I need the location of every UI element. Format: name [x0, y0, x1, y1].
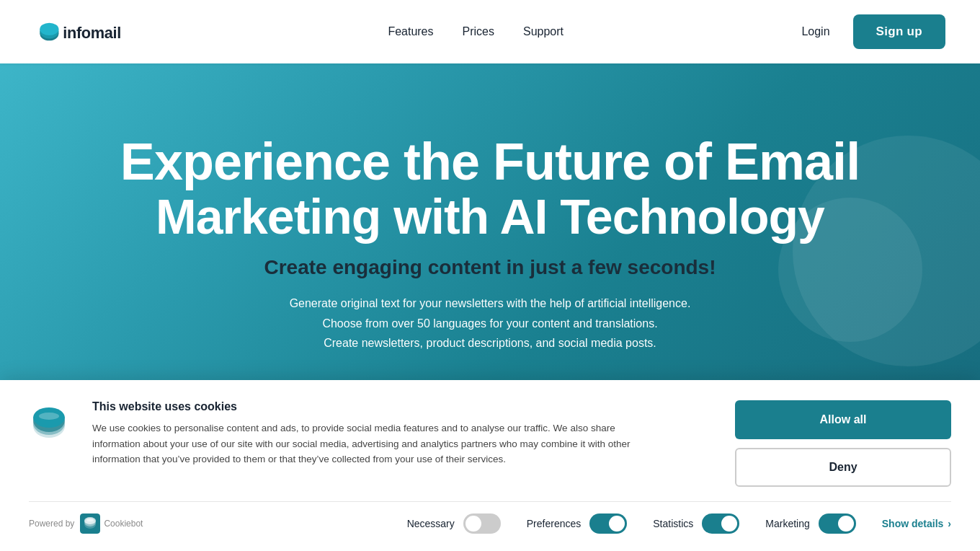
- header-actions: Login Sign up: [801, 14, 945, 49]
- nav-prices[interactable]: Prices: [463, 25, 494, 38]
- signup-button[interactable]: Sign up: [853, 14, 945, 49]
- main-nav: Features Prices Support: [388, 25, 564, 38]
- nav-features[interactable]: Features: [388, 25, 433, 38]
- logo: infomail: [35, 12, 150, 52]
- site-header: infomail Features Prices Support Login S…: [0, 0, 980, 63]
- cookie-top: This website uses cookies We use cookies…: [29, 400, 951, 438]
- cookie-banner: This website uses cookies We use cookies…: [0, 380, 980, 438]
- allow-all-button[interactable]: Allow all: [735, 400, 951, 438]
- hero-description: Generate original text for your newslett…: [290, 294, 691, 353]
- cookie-buttons: Allow all Deny: [735, 400, 951, 438]
- nav-support[interactable]: Support: [523, 25, 564, 38]
- logo-svg: infomail: [35, 12, 150, 52]
- hero-desc-line1: Generate original text for your newslett…: [290, 297, 691, 309]
- cookie-logo-icon: [29, 403, 69, 438]
- cookie-title: This website uses cookies: [92, 400, 712, 413]
- svg-point-8: [39, 413, 59, 420]
- svg-text:infomail: infomail: [63, 24, 121, 42]
- login-link[interactable]: Login: [801, 25, 829, 38]
- hero-subtitle: Create engaging content in just a few se…: [264, 256, 716, 279]
- svg-point-2: [40, 23, 58, 35]
- hero-title-line2: Marketing with AI Technology: [156, 190, 824, 244]
- hero-desc-line2: Choose from over 50 languages for your c…: [322, 317, 657, 330]
- cookie-body: We use cookies to personalise content an…: [92, 420, 640, 438]
- cookie-text-area: This website uses cookies We use cookies…: [92, 400, 712, 438]
- hero-title-line1: Experience the Future of Email: [120, 135, 860, 190]
- hero-desc-line3: Create newsletters, product descriptions…: [324, 337, 656, 349]
